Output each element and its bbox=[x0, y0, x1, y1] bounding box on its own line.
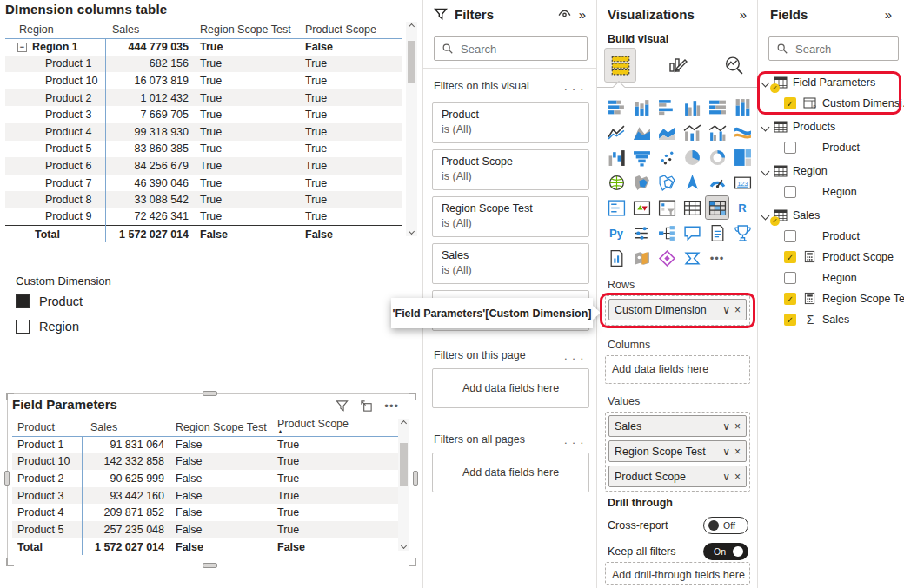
metrics-icon[interactable] bbox=[731, 221, 754, 244]
table-row[interactable]: −Region 1 444 779 035 True False bbox=[5, 38, 402, 56]
donut-chart-icon[interactable] bbox=[706, 146, 728, 168]
checkbox-unchecked-icon[interactable] bbox=[784, 142, 796, 154]
ribbon-chart-icon[interactable] bbox=[731, 121, 754, 143]
tree-table-products[interactable]: Products bbox=[758, 116, 904, 137]
100-stacked-bar-chart-icon[interactable] bbox=[706, 96, 728, 118]
remove-field-icon[interactable]: × bbox=[734, 446, 741, 458]
slicer-item-product[interactable]: Product bbox=[16, 294, 111, 308]
fields-search[interactable] bbox=[768, 36, 899, 61]
chevron-down-icon[interactable] bbox=[761, 167, 770, 175]
collapse-pane-icon[interactable]: » bbox=[740, 7, 747, 22]
table-row[interactable]: Product 4209 871 852FalseTrue bbox=[12, 504, 400, 521]
remove-field-icon[interactable]: × bbox=[734, 304, 741, 316]
filter-icon[interactable] bbox=[336, 400, 349, 413]
tree-table-sales[interactable]: ✓ Sales bbox=[758, 205, 904, 226]
smart-narrative-icon[interactable] bbox=[706, 221, 728, 244]
table-scrollbar[interactable] bbox=[406, 22, 417, 236]
chevron-down-icon[interactable] bbox=[761, 211, 770, 220]
field-pill-product-scope[interactable]: Product Scope ∨ × bbox=[608, 466, 747, 487]
column-header[interactable]: Sales bbox=[105, 19, 191, 38]
funnel-chart-icon[interactable] bbox=[630, 146, 653, 168]
area-chart-icon[interactable] bbox=[630, 121, 653, 143]
scroll-down-icon[interactable] bbox=[401, 543, 407, 549]
resize-handle-right[interactable] bbox=[413, 471, 418, 486]
scatter-chart-icon[interactable] bbox=[655, 146, 678, 168]
keep-all-filters-toggle[interactable]: On bbox=[703, 543, 748, 560]
shape-map-icon[interactable] bbox=[655, 171, 678, 194]
table-row[interactable]: Product 833 088 542TrueTrue bbox=[5, 191, 402, 208]
filled-map-icon[interactable] bbox=[630, 171, 653, 194]
tab-build-visual[interactable] bbox=[604, 48, 636, 83]
pie-chart-icon[interactable] bbox=[681, 146, 703, 168]
tree-field-product[interactable]: Product bbox=[758, 137, 904, 158]
clustered-bar-chart-icon[interactable] bbox=[655, 96, 678, 118]
r-script-visual-icon[interactable]: R bbox=[731, 196, 754, 219]
tree-field-region[interactable]: Region bbox=[758, 268, 904, 288]
table-row[interactable]: Product 393 442 160FalseTrue bbox=[12, 487, 400, 505]
tree-field-product[interactable]: Product bbox=[758, 226, 904, 247]
chevron-down-icon[interactable]: ∨ bbox=[722, 420, 730, 433]
column-header[interactable]: Product bbox=[12, 417, 82, 436]
field-pill-sales[interactable]: Sales ∨ × bbox=[608, 415, 747, 437]
more-options-icon[interactable]: ••• bbox=[384, 400, 399, 413]
scroll-up-icon[interactable] bbox=[401, 420, 407, 426]
column-header[interactable]: Product Scope▲ bbox=[273, 417, 400, 436]
remove-field-icon[interactable]: × bbox=[734, 420, 741, 433]
tree-field-custom-dimension[interactable]: ✓ ? Custom Dimensi… bbox=[758, 93, 904, 114]
filter-card-sales[interactable]: Sales is (All) bbox=[432, 243, 589, 284]
line-chart-icon[interactable] bbox=[605, 121, 628, 143]
paginated-report-icon[interactable] bbox=[605, 247, 628, 269]
chevron-down-icon[interactable] bbox=[761, 122, 770, 131]
line-and-stacked-column-chart-icon[interactable] bbox=[681, 121, 703, 143]
checkbox-unchecked-icon[interactable] bbox=[784, 272, 796, 284]
checkbox-checked-icon[interactable]: ✓ bbox=[784, 251, 796, 263]
table-row[interactable]: Product 5257 235 048FalseTrue bbox=[12, 521, 400, 538]
remove-field-icon[interactable]: × bbox=[734, 471, 741, 483]
scroll-up-icon[interactable] bbox=[409, 23, 415, 30]
chevron-down-icon[interactable]: ∨ bbox=[722, 304, 730, 316]
filters-search[interactable] bbox=[434, 36, 588, 61]
checkbox-unchecked-icon[interactable] bbox=[784, 230, 796, 242]
waterfall-chart-icon[interactable] bbox=[605, 146, 628, 168]
more-options-icon[interactable]: . . . bbox=[564, 80, 584, 93]
chevron-down-icon[interactable]: ∨ bbox=[722, 446, 730, 458]
field-parameters-table-visual[interactable]: Field Parameters ••• Product Sales Regio… bbox=[7, 393, 415, 565]
table-row[interactable]: Product 583 860 385TrueTrue bbox=[5, 141, 402, 158]
resize-handle-left[interactable] bbox=[4, 471, 10, 486]
column-header[interactable]: Region Scope Test bbox=[191, 19, 301, 38]
tree-measure-sales[interactable]: ✓ Σ Sales bbox=[758, 309, 904, 330]
drill-through-well[interactable]: Add drill-through fields here bbox=[605, 562, 750, 585]
slicer-icon[interactable] bbox=[655, 196, 678, 219]
tab-format-visual[interactable] bbox=[661, 48, 693, 83]
add-data-fields-dropzone[interactable]: Add data fields here bbox=[432, 453, 589, 492]
more-options-icon[interactable]: . . . bbox=[564, 349, 584, 362]
tree-measure-product-scope[interactable]: ✓ Product Scope bbox=[758, 247, 904, 268]
table-row[interactable]: Product 10142 332 858FalseTrue bbox=[12, 453, 400, 471]
collapse-icon[interactable]: − bbox=[17, 43, 27, 52]
slicer-item-region[interactable]: Region bbox=[16, 320, 111, 334]
checkbox-checked-icon[interactable]: ✓ bbox=[784, 314, 796, 326]
map-icon[interactable] bbox=[605, 171, 628, 194]
tree-measure-region-scope-test[interactable]: ✓ Region Scope Test bbox=[758, 288, 904, 309]
table-row[interactable]: Product 684 256 679TrueTrue bbox=[5, 157, 402, 175]
scroll-down-icon[interactable] bbox=[409, 228, 415, 235]
tree-table-region[interactable]: Region bbox=[758, 161, 904, 182]
stacked-area-chart-icon[interactable] bbox=[655, 121, 678, 143]
matrix-icon[interactable] bbox=[706, 196, 728, 219]
tree-table-field-parameters[interactable]: ✓ Field Parameters bbox=[758, 72, 904, 93]
field-pill-region-scope-test[interactable]: Region Scope Test ∨ × bbox=[608, 440, 747, 462]
search-input[interactable] bbox=[461, 43, 548, 56]
table-row[interactable]: Product 1682 156TrueTrue bbox=[5, 56, 402, 73]
table-icon[interactable] bbox=[681, 196, 703, 219]
chevron-down-icon[interactable]: ∨ bbox=[722, 471, 730, 483]
column-header[interactable]: Product Scope bbox=[301, 19, 402, 38]
stacked-column-chart-icon[interactable] bbox=[630, 96, 653, 118]
tree-field-region[interactable]: Region bbox=[758, 182, 904, 202]
card-icon[interactable]: 123 bbox=[731, 171, 754, 194]
column-header[interactable]: Region Scope Test bbox=[167, 417, 273, 436]
add-data-fields-dropzone[interactable]: Add data fields here bbox=[432, 368, 589, 408]
collapse-pane-icon[interactable]: » bbox=[579, 7, 586, 22]
clustered-column-chart-icon[interactable] bbox=[681, 96, 703, 118]
columns-well[interactable]: Add data fields here bbox=[605, 355, 750, 384]
rows-well[interactable]: Custom Dimension ∨ × bbox=[605, 295, 750, 326]
